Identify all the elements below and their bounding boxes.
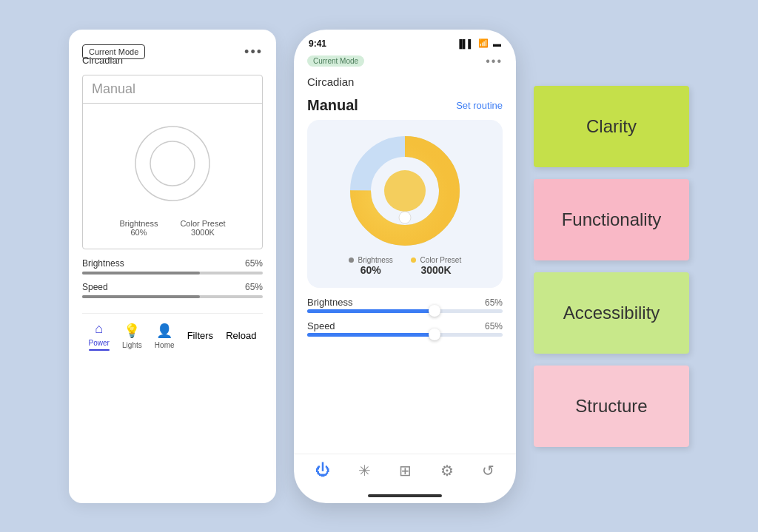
phone-speed-label: Speed	[307, 320, 335, 331]
manual-title: Manual	[83, 75, 262, 104]
brightness-slider-label-row: Brightness 65%	[82, 258, 263, 269]
brightness-slider-row: Brightness 65%	[82, 258, 263, 275]
home-icon: 👤	[156, 323, 172, 339]
donut-chart-phone	[346, 132, 464, 250]
brightness-slider-fill	[82, 272, 200, 275]
speed-slider-track[interactable]	[82, 295, 263, 298]
phone-brightness-slider-value: 65%	[485, 297, 503, 308]
sticky-note-accessibility: Accessibility	[534, 272, 689, 354]
wireframe-panel: Current Mode Circadian ••• Manual Bright…	[69, 30, 276, 503]
wireframe-nav: ⌂ Power 💡 Lights 👤 Home Filters Reload	[82, 313, 263, 351]
donut-card: Brightness 60% Color Preset 3000K	[307, 120, 503, 288]
phone-brightness-slider-fill	[307, 309, 435, 313]
phone-speed-slider-thumb[interactable]	[429, 329, 440, 340]
brightness-slider-value: 65%	[245, 258, 263, 269]
speed-slider-fill	[82, 295, 200, 298]
phone-set-routine-button[interactable]: Set routine	[456, 100, 503, 111]
brightness-slider-track[interactable]	[82, 272, 263, 275]
nav-home-label: Home	[155, 341, 175, 349]
nav-item-power[interactable]: ⌂ Power	[89, 321, 110, 351]
sticky-note-structure: Structure	[534, 366, 689, 447]
phone-brightness-slider-thumb[interactable]	[429, 305, 440, 317]
phone-manual-row: Manual Set routine	[307, 97, 503, 114]
brightness-card-label: Brightness 60%	[349, 256, 393, 276]
phone-brightness-slider-labels: Brightness 65%	[307, 297, 503, 309]
battery-icon: ▬	[493, 39, 501, 48]
donut-chart-wireframe	[124, 115, 221, 212]
phone-header-row: Current Mode •••	[307, 55, 503, 68]
phone-power-icon[interactable]: ⏻	[315, 462, 330, 479]
dots-menu[interactable]: •••	[244, 44, 263, 60]
sticky-clarity-text: Clarity	[586, 116, 637, 137]
phone-brightness-slider-track[interactable]	[307, 309, 503, 313]
nav-item-lights[interactable]: 💡 Lights	[122, 323, 142, 349]
phone-reload-icon[interactable]: ↺	[482, 462, 494, 479]
phone-speed-slider-track[interactable]	[307, 333, 503, 337]
nav-item-reload[interactable]: Reload	[226, 330, 256, 341]
color-preset-dot-indicator	[411, 257, 416, 263]
sticky-accessibility-text: Accessibility	[563, 303, 660, 323]
nav-underline	[89, 349, 110, 351]
sticky-note-functionality: Functionality	[534, 179, 689, 260]
phone-time: 9:41	[309, 38, 326, 49]
speed-slider-label: Speed	[82, 282, 108, 292]
phone-speed-slider-value: 65%	[485, 321, 503, 331]
speed-slider-value: 65%	[245, 282, 263, 292]
donut-labels: Brightness 60% Color Preset 3000K	[119, 219, 225, 237]
brightness-value: 60%	[130, 228, 147, 237]
nav-power-label: Power	[89, 339, 110, 347]
brightness-label-name: Brightness	[119, 219, 158, 228]
donut-card-chart	[346, 132, 464, 250]
speed-slider-row: Speed 65%	[82, 282, 263, 298]
brightness-dot-indicator	[349, 257, 354, 263]
phone-speed-slider: Speed 65%	[307, 320, 503, 337]
color-preset-card-label: Color Preset 3000K	[411, 256, 461, 276]
reload-icon: Reload	[226, 330, 256, 341]
brightness-slider-label: Brightness	[82, 258, 124, 269]
signal-icon: ▐▌▌	[457, 39, 474, 48]
phone-grid-icon[interactable]: ⊞	[399, 462, 412, 479]
wifi-icon: 📶	[478, 38, 489, 48]
phone-sliders-icon[interactable]: ⚙	[440, 462, 454, 479]
phone-current-mode-badge: Current Mode	[307, 55, 364, 67]
phone-manual-title: Manual	[307, 97, 358, 114]
brightness-card-value: 60%	[360, 264, 381, 276]
phone-speed-slider-labels: Speed 65%	[307, 320, 503, 333]
phone-brightness-label: Brightness	[307, 297, 352, 308]
slider-section: Brightness 65% Speed 65%	[82, 258, 263, 298]
phone-home-indicator	[368, 494, 442, 497]
phone-brightness-slider: Brightness 65%	[307, 297, 503, 313]
sticky-functionality-text: Functionality	[562, 209, 662, 230]
phone-dots-menu[interactable]: •••	[486, 55, 503, 68]
manual-section: Manual Brightness 60% Color Preset 3000K	[82, 75, 263, 249]
svg-point-4	[384, 170, 426, 212]
brightness-label-item: Brightness 60%	[119, 219, 158, 237]
nav-item-filters[interactable]: Filters	[187, 330, 213, 341]
phone-frame: 9:41 ▐▌▌ 📶 ▬ Current Mode ••• Circadian …	[294, 30, 516, 503]
speed-slider-label-row: Speed 65%	[82, 282, 263, 292]
status-right: ▐▌▌ 📶 ▬	[457, 38, 501, 48]
phone-status-bar: 9:41 ▐▌▌ 📶 ▬	[294, 30, 516, 52]
phone-content: Current Mode ••• Circadian Manual Set ro…	[294, 52, 516, 448]
nav-item-home[interactable]: 👤 Home	[155, 323, 175, 349]
brightness-dot-label: Brightness	[349, 256, 393, 264]
phone-slider-section: Brightness 65% Speed 65%	[307, 297, 503, 337]
phone-circadian-label: Circadian	[307, 75, 503, 88]
phone-brightness-icon[interactable]: ✳	[358, 462, 371, 479]
color-preset-label-name: Color Preset	[180, 219, 225, 228]
wireframe-header: Current Mode Circadian •••	[82, 44, 263, 66]
sticky-structure-text: Structure	[575, 396, 647, 417]
nav-lights-label: Lights	[122, 341, 142, 349]
donut-area: Brightness 60% Color Preset 3000K	[83, 104, 262, 249]
color-preset-card-value: 3000K	[420, 264, 451, 276]
color-preset-label-item: Color Preset 3000K	[180, 219, 225, 237]
donut-card-labels: Brightness 60% Color Preset 3000K	[349, 256, 461, 276]
sticky-note-clarity: Clarity	[534, 86, 689, 167]
phone-bottom-nav: ⏻ ✳ ⊞ ⚙ ↺	[294, 454, 516, 491]
power-icon: ⌂	[95, 321, 103, 337]
color-preset-dot-label: Color Preset	[411, 256, 461, 264]
filters-icon: Filters	[187, 330, 213, 341]
lights-icon: 💡	[124, 323, 140, 339]
sticky-notes: Clarity Functionality Accessibility Stru…	[534, 86, 689, 447]
svg-point-0	[135, 127, 209, 201]
